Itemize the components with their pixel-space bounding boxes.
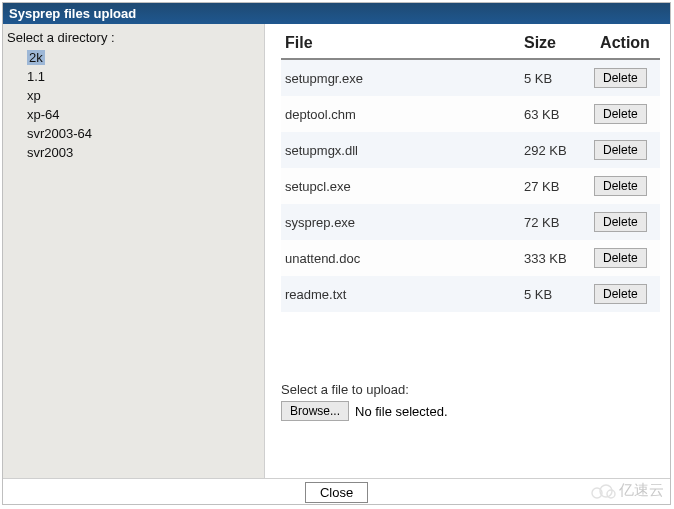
file-size-cell: 292 KB: [520, 132, 590, 168]
table-row: sysprep.exe72 KBDelete: [281, 204, 660, 240]
table-row: setupmgx.dll292 KBDelete: [281, 132, 660, 168]
upload-area: Select a file to upload: Browse... No fi…: [281, 382, 660, 421]
file-name-cell: readme.txt: [281, 276, 520, 312]
titlebar: Sysprep files upload: [3, 3, 670, 24]
file-table: File Size Action setupmgr.exe5 KBDeleted…: [281, 30, 660, 312]
delete-button[interactable]: Delete: [594, 212, 647, 232]
dialog-window: Sysprep files upload Select a directory …: [2, 2, 671, 505]
directory-item-label: svr2003: [27, 145, 73, 160]
main-panel: File Size Action setupmgr.exe5 KBDeleted…: [265, 24, 670, 478]
directory-sidebar: Select a directory : 2k1.1xpxp-64svr2003…: [3, 24, 265, 478]
file-size-cell: 333 KB: [520, 240, 590, 276]
table-row: readme.txt5 KBDelete: [281, 276, 660, 312]
table-row: setupmgr.exe5 KBDelete: [281, 59, 660, 96]
file-action-cell: Delete: [590, 204, 660, 240]
close-button[interactable]: Close: [305, 482, 368, 503]
file-action-cell: Delete: [590, 96, 660, 132]
file-chosen-label: No file selected.: [355, 404, 448, 419]
file-size-cell: 5 KB: [520, 59, 590, 96]
dialog-body: Select a directory : 2k1.1xpxp-64svr2003…: [3, 24, 670, 478]
upload-hint: Select a file to upload:: [281, 382, 660, 397]
directory-item-label: svr2003-64: [27, 126, 92, 141]
directory-item[interactable]: svr2003-64: [27, 124, 260, 143]
directory-item[interactable]: svr2003: [27, 143, 260, 162]
delete-button[interactable]: Delete: [594, 176, 647, 196]
file-name-cell: setupcl.exe: [281, 168, 520, 204]
file-action-cell: Delete: [590, 132, 660, 168]
table-row: setupcl.exe27 KBDelete: [281, 168, 660, 204]
table-row: unattend.doc333 KBDelete: [281, 240, 660, 276]
directory-item-label: 1.1: [27, 69, 45, 84]
directory-item[interactable]: xp-64: [27, 105, 260, 124]
file-action-cell: Delete: [590, 240, 660, 276]
col-header-file: File: [281, 30, 520, 59]
file-size-cell: 63 KB: [520, 96, 590, 132]
file-size-cell: 5 KB: [520, 276, 590, 312]
browse-button[interactable]: Browse...: [281, 401, 349, 421]
dialog-footer: Close: [3, 478, 670, 504]
file-action-cell: Delete: [590, 168, 660, 204]
window-title: Sysprep files upload: [9, 6, 136, 21]
file-name-cell: deptool.chm: [281, 96, 520, 132]
file-size-cell: 27 KB: [520, 168, 590, 204]
file-action-cell: Delete: [590, 59, 660, 96]
col-header-size: Size: [520, 30, 590, 59]
delete-button[interactable]: Delete: [594, 68, 647, 88]
delete-button[interactable]: Delete: [594, 248, 647, 268]
col-header-action: Action: [590, 30, 660, 59]
delete-button[interactable]: Delete: [594, 284, 647, 304]
directory-item-label: xp: [27, 88, 41, 103]
delete-button[interactable]: Delete: [594, 104, 647, 124]
table-row: deptool.chm63 KBDelete: [281, 96, 660, 132]
directory-item[interactable]: xp: [27, 86, 260, 105]
file-size-cell: 72 KB: [520, 204, 590, 240]
file-name-cell: setupmgr.exe: [281, 59, 520, 96]
directory-item[interactable]: 2k: [27, 48, 260, 67]
file-name-cell: setupmgx.dll: [281, 132, 520, 168]
file-name-cell: sysprep.exe: [281, 204, 520, 240]
directory-item-label: xp-64: [27, 107, 60, 122]
directory-list: 2k1.1xpxp-64svr2003-64svr2003: [7, 48, 260, 162]
directory-item-label: 2k: [27, 50, 45, 65]
file-name-cell: unattend.doc: [281, 240, 520, 276]
sidebar-title: Select a directory :: [7, 30, 260, 45]
file-action-cell: Delete: [590, 276, 660, 312]
directory-item[interactable]: 1.1: [27, 67, 260, 86]
delete-button[interactable]: Delete: [594, 140, 647, 160]
